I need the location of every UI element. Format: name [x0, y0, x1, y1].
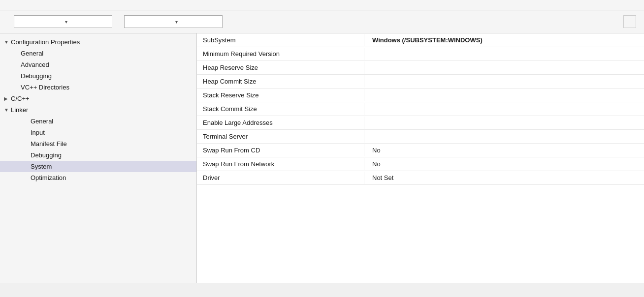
property-name: Swap Run From Network [197, 158, 364, 170]
sidebar-item-system[interactable]: System [0, 161, 196, 172]
sidebar-item-manifest-file[interactable]: Manifest File [0, 138, 196, 149]
property-value [364, 120, 380, 125]
config-select[interactable]: ▾ [14, 15, 112, 28]
property-value: No [364, 158, 388, 170]
conf-button[interactable] [623, 15, 636, 28]
sidebar-item-linker[interactable]: ▼Linker [0, 104, 196, 116]
table-row[interactable]: Enable Large Addresses [197, 116, 644, 130]
property-value [364, 107, 380, 112]
property-name: Heap Reserve Size [197, 61, 364, 74]
property-value: Windows (/SUBSYSTEM:WINDOWS) [364, 34, 490, 46]
property-name: Swap Run From CD [197, 144, 364, 156]
sidebar-item-vc-directories[interactable]: VC++ Directories [0, 82, 196, 93]
tree-arrow-icon: ▶ [4, 96, 11, 101]
table-row[interactable]: Stack Reserve Size [197, 89, 644, 102]
table-row[interactable]: Swap Run From CDNo [197, 144, 644, 157]
property-value: No [364, 144, 388, 156]
chevron-down-icon: ▾ [65, 19, 108, 25]
property-value [364, 134, 380, 139]
table-row[interactable]: Minimum Required Version [197, 47, 644, 61]
sidebar-item-general-linker[interactable]: General [0, 116, 196, 127]
property-value: Not Set [364, 172, 401, 184]
properties-panel: SubSystemWindows (/SUBSYSTEM:WINDOWS)Min… [197, 33, 644, 283]
property-name: Enable Large Addresses [197, 117, 364, 129]
sidebar: ▼Configuration PropertiesGeneralAdvanced… [0, 33, 197, 283]
property-value [364, 79, 380, 84]
sidebar-item-input[interactable]: Input [0, 127, 196, 138]
sidebar-item-label: VC++ Directories [21, 84, 69, 91]
table-row[interactable]: Swap Run From NetworkNo [197, 157, 644, 171]
sidebar-item-debugging-linker[interactable]: Debugging [0, 149, 196, 161]
chevron-down-icon-2: ▾ [175, 19, 218, 25]
sidebar-item-label: Optimization [31, 174, 66, 181]
tree-arrow-icon: ▼ [4, 39, 11, 45]
table-row[interactable]: Heap Commit Size [197, 75, 644, 89]
property-name: Driver [197, 172, 364, 184]
sidebar-item-label: C/C++ [11, 95, 30, 102]
sidebar-item-label: Linker [11, 106, 28, 114]
sidebar-item-label: Manifest File [31, 140, 67, 148]
table-row[interactable]: SubSystemWindows (/SUBSYSTEM:WINDOWS) [197, 33, 644, 47]
sidebar-item-label: Input [31, 129, 45, 136]
sidebar-item-label: Debugging [31, 151, 62, 159]
sidebar-item-label: General [21, 50, 43, 57]
sidebar-item-cpp[interactable]: ▶C/C++ [0, 93, 196, 104]
property-name: Stack Commit Size [197, 103, 364, 115]
sidebar-item-label: General [31, 118, 53, 125]
sidebar-item-debugging-top[interactable]: Debugging [0, 70, 196, 82]
sidebar-item-configuration-properties[interactable]: ▼Configuration Properties [0, 36, 196, 48]
title-bar [0, 0, 644, 10]
property-value [364, 65, 380, 70]
table-row[interactable]: DriverNot Set [197, 171, 644, 185]
sidebar-item-optimization[interactable]: Optimization [0, 172, 196, 183]
main-content: ▼Configuration PropertiesGeneralAdvanced… [0, 33, 644, 283]
sidebar-item-label: System [31, 163, 52, 170]
property-name: Terminal Server [197, 130, 364, 143]
sidebar-item-general-top[interactable]: General [0, 48, 196, 59]
property-name: Stack Reserve Size [197, 89, 364, 101]
property-name: SubSystem [197, 34, 364, 46]
table-row[interactable]: Stack Commit Size [197, 102, 644, 116]
tree-arrow-icon: ▼ [4, 107, 11, 113]
platform-select[interactable]: ▾ [124, 15, 223, 28]
sidebar-item-label: Configuration Properties [11, 38, 80, 46]
sidebar-item-label: Debugging [21, 72, 52, 80]
property-name: Minimum Required Version [197, 48, 364, 60]
sidebar-item-advanced[interactable]: Advanced [0, 59, 196, 70]
property-value [364, 93, 380, 98]
property-value [364, 52, 380, 57]
table-row[interactable]: Heap Reserve Size [197, 61, 644, 75]
property-name: Heap Commit Size [197, 75, 364, 88]
table-row[interactable]: Terminal Server [197, 130, 644, 144]
sidebar-item-label: Advanced [21, 61, 49, 68]
toolbar: ▾ ▾ [0, 10, 644, 33]
